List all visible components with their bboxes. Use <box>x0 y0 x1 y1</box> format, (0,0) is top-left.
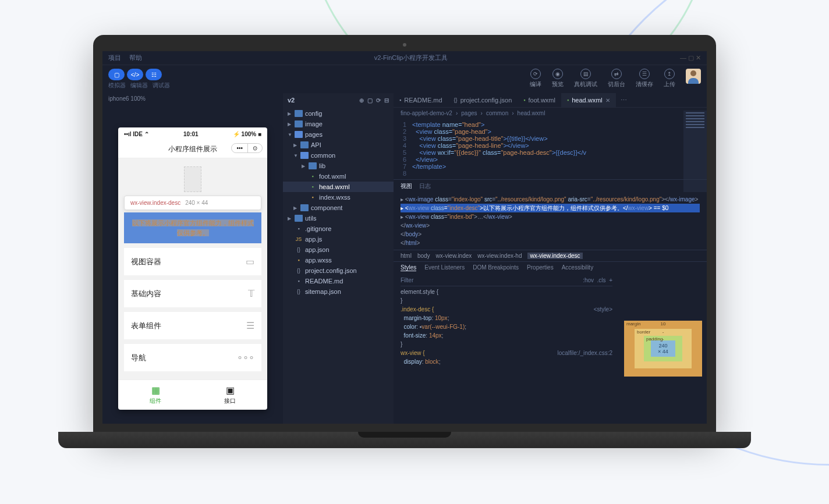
remote-debug-button[interactable]: ▤真机调试 <box>574 69 597 88</box>
mode-simulator-label: 模拟器 <box>108 81 126 90</box>
new-file-icon[interactable]: ⊕ <box>359 97 364 104</box>
file-sitemap[interactable]: {}sitemap.json <box>283 286 394 297</box>
upload-button[interactable]: ↥上传 <box>664 69 675 88</box>
status-time: 10:01 <box>183 131 199 137</box>
styles-tab[interactable]: Styles <box>401 264 416 271</box>
status-battery: ⚡ 100% ■ <box>233 131 261 137</box>
tab-foot[interactable]: ▪foot.wxml <box>518 93 561 107</box>
file-icon: ▪ <box>295 225 303 232</box>
json-icon: {} <box>295 267 303 274</box>
breadcrumb[interactable]: fino-applet-demo-v2›pages›common›head.wx… <box>394 108 707 119</box>
folder-lib[interactable]: ▶lib <box>283 161 394 171</box>
tab-readme[interactable]: ▪README.md <box>394 93 448 107</box>
clear-cache-button[interactable]: ☰清缓存 <box>636 69 653 88</box>
file-projectconfig[interactable]: {}project.config.json <box>283 265 394 276</box>
file-gitignore[interactable]: ▪.gitignore <box>283 223 394 234</box>
devtools-tab-log[interactable]: 日志 <box>419 182 431 190</box>
event-listeners-tab[interactable]: Event Listeners <box>424 264 465 271</box>
refresh-icon[interactable]: ⟳ <box>376 97 381 104</box>
folder-icon <box>309 162 317 169</box>
toolbar: ▢ </> ☷ 模拟器 编辑器 调试器 ⟳编译 ◉预览 ▤真机调试 ⇄切后台 <box>102 65 707 93</box>
phone-frame: ••ıl IDE ⌃ 10:01 ⚡ 100% ■ 小程序组件展示 •••⊙ <box>118 127 267 410</box>
page-title: 小程序组件展示 <box>168 145 217 153</box>
mode-debugger-button[interactable]: ☷ <box>146 69 162 80</box>
file-index-wxss[interactable]: ▪index.wxss <box>283 192 394 203</box>
folder-icon <box>300 141 309 148</box>
mode-editor-button[interactable]: </> <box>127 69 143 80</box>
json-icon: {} <box>295 288 303 295</box>
simulator-panel: iphone6 100% ••ıl IDE ⌃ 10:01 ⚡ 100% ■ 小… <box>102 93 283 424</box>
folder-utils[interactable]: ▶utils <box>283 213 394 223</box>
folder-pages[interactable]: ▼pages <box>283 129 394 140</box>
wxss-icon: ▪ <box>309 194 317 201</box>
folder-common[interactable]: ▼common <box>283 150 394 161</box>
tab-head[interactable]: ▪head.wxml✕ <box>561 93 616 107</box>
menu-help[interactable]: 帮助 <box>129 54 142 62</box>
list-item-navigation[interactable]: 导航∘∘∘ <box>124 344 261 371</box>
background-button[interactable]: ⇄切后台 <box>608 69 625 88</box>
file-foot-wxml[interactable]: ▪foot.wxml <box>283 171 394 182</box>
minimap[interactable] <box>683 111 707 192</box>
properties-tab[interactable]: Properties <box>527 264 554 271</box>
project-root[interactable]: v2 <box>288 97 295 104</box>
mode-simulator-button[interactable]: ▢ <box>108 69 125 80</box>
list-item-basic-content[interactable]: 基础内容𝕋 <box>124 280 261 307</box>
menubar: 项目 帮助 v2-FinClip小程序开发工具 — ▢ ✕ <box>102 51 707 65</box>
laptop-frame: 项目 帮助 v2-FinClip小程序开发工具 — ▢ ✕ ▢ </> ☷ 模拟… <box>93 35 716 448</box>
file-appjson[interactable]: {}app.json <box>283 244 394 255</box>
tab-projectconfig[interactable]: {}project.config.json <box>448 93 518 107</box>
dom-tree[interactable]: ▸ <wx-image class="index-logo" src="../r… <box>394 193 707 250</box>
card-icon: ▭ <box>246 256 254 267</box>
dom-breakpoints-tab[interactable]: DOM Breakpoints <box>473 264 519 271</box>
wxss-icon: ▪ <box>295 257 303 264</box>
dom-breadcrumb[interactable]: htmlbodywx-view.indexwx-view.index-hdwx-… <box>394 250 707 262</box>
md-icon: ▪ <box>295 278 303 285</box>
folder-icon <box>295 120 303 127</box>
folder-icon <box>300 204 309 211</box>
json-icon: {} <box>295 246 303 253</box>
file-appwxss[interactable]: ▪app.wxss <box>283 255 394 265</box>
new-folder-icon[interactable]: ▢ <box>367 97 373 104</box>
file-appjs[interactable]: JSapp.js <box>283 234 394 244</box>
tab-component[interactable]: ▦组件 <box>118 380 193 410</box>
chip-icon: ▣ <box>197 385 263 396</box>
tab-overflow[interactable]: ⋯ <box>616 94 632 107</box>
editor-area: ▪README.md {}project.config.json ▪foot.w… <box>394 93 707 424</box>
styles-panel[interactable]: Filter:hov .cls + element.style { } .ind… <box>394 274 619 424</box>
list-item-view-container[interactable]: 视图容器▭ <box>124 248 261 275</box>
compile-button[interactable]: ⟳编译 <box>530 69 541 88</box>
menu-icon: ☰ <box>246 320 254 331</box>
file-readme[interactable]: ▪README.md <box>283 276 394 286</box>
js-icon: JS <box>295 236 303 243</box>
capsule-menu[interactable]: •••⊙ <box>231 143 263 153</box>
collapse-icon[interactable]: ⊟ <box>384 97 389 104</box>
device-info[interactable]: iphone6 100% <box>102 93 283 104</box>
editor-tabs: ▪README.md {}project.config.json ▪foot.w… <box>394 93 707 108</box>
folder-config[interactable]: ▶config <box>283 108 394 119</box>
folder-image[interactable]: ▶image <box>283 119 394 129</box>
inspect-tooltip: wx-view.index-desc 240 × 44 <box>124 196 261 210</box>
folder-open-icon <box>295 131 303 138</box>
selected-element[interactable]: 以下将展示小程序官方组件能力，组件样式仅供参考。 <box>124 212 261 243</box>
file-explorer: v2 ⊕ ▢ ⟳ ⊟ ▶config ▶image ▼pages ▶API <box>283 93 394 424</box>
close-icon[interactable]: ✕ <box>605 97 610 104</box>
folder-icon <box>295 110 303 117</box>
folder-api[interactable]: ▶API <box>283 140 394 150</box>
wxml-icon: ▪ <box>309 183 317 190</box>
menu-project[interactable]: 项目 <box>108 54 121 62</box>
preview-button[interactable]: ◉预览 <box>552 69 564 88</box>
filter-input[interactable]: Filter <box>401 276 413 285</box>
box-model: margin10 border- padding- 240 × 44 <box>619 274 707 424</box>
devtools-tab-view[interactable]: 视图 <box>401 182 412 190</box>
logo-placeholder <box>184 166 201 192</box>
list-item-form[interactable]: 表单组件☰ <box>124 312 261 339</box>
code-editor[interactable]: 1<template name="head"> 2 <view class="p… <box>394 119 707 179</box>
avatar[interactable] <box>686 69 701 84</box>
window-controls[interactable]: — ▢ ✕ <box>680 54 701 62</box>
tab-api[interactable]: ▣接口 <box>193 380 267 410</box>
status-signal: ••ıl IDE ⌃ <box>124 131 149 137</box>
accessibility-tab[interactable]: Accessibility <box>562 264 593 271</box>
mode-editor-label: 编辑器 <box>130 81 148 90</box>
file-head-wxml[interactable]: ▪head.wxml <box>283 182 394 192</box>
folder-component[interactable]: ▶component <box>283 203 394 213</box>
